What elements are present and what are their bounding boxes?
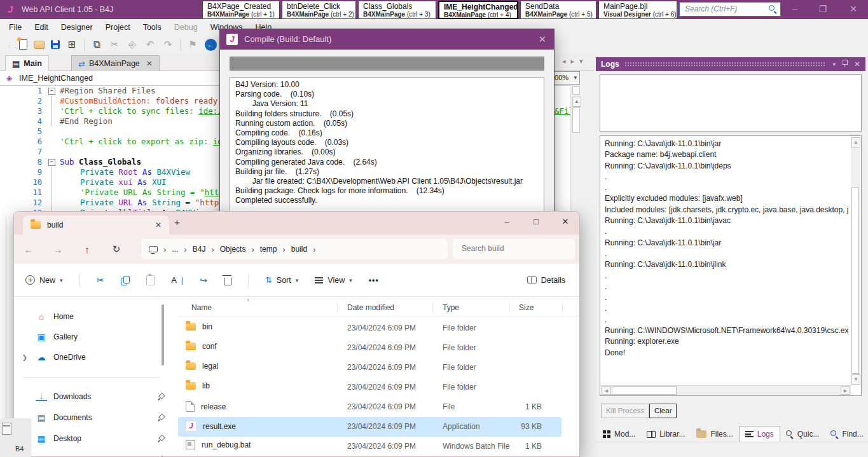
breadcrumb-b4j[interactable]: B4J (193, 245, 206, 254)
explorer-minimize-button[interactable]: – (497, 217, 516, 226)
ide-restore-button[interactable]: ❐ (815, 4, 830, 14)
panel-tab-logs[interactable]: Logs (739, 426, 780, 442)
clear-logs-button[interactable]: Clear (649, 404, 677, 418)
scroll-thumb[interactable] (572, 86, 580, 95)
dialog-close-icon[interactable]: ✕ (538, 34, 546, 45)
logs-input-box[interactable] (600, 74, 862, 132)
menu-edit[interactable]: Edit (28, 19, 55, 36)
fold-collapse-icon[interactable]: − (48, 88, 55, 95)
panel-tab-find[interactable]: Find... (825, 426, 868, 442)
scroll-thumb[interactable] (572, 107, 580, 133)
rename-icon[interactable]: A| (171, 275, 183, 285)
logs-hscrollbar[interactable]: ◀ ▶ (601, 385, 851, 395)
sidebar-item-home[interactable]: ⌂Home (20, 308, 164, 325)
new-tab-button[interactable]: + (174, 217, 180, 228)
new-module-icon[interactable]: ⊞ (66, 39, 78, 50)
file-row-release[interactable]: release23/04/2024 6:09 PMFile1 KB (178, 397, 561, 417)
explorer-close-button[interactable]: ✕ (556, 217, 575, 226)
panel-tab-files[interactable]: Files... (691, 426, 738, 442)
file-row-bin[interactable]: bin23/04/2024 6:09 PMFile folder (178, 318, 561, 338)
ide-close-button[interactable]: ✕ (846, 4, 861, 14)
bookmark-tab-ime_heightchanged[interactable]: IME_HeightChangedB4XMainPage (ctrl + 4) (438, 1, 518, 19)
panel-tab-libraries[interactable]: Librar... (641, 426, 691, 442)
column-header-name[interactable]: Name (191, 303, 212, 312)
details-button[interactable]: Details (527, 276, 565, 285)
copy-icon[interactable] (121, 276, 130, 285)
paste-icon[interactable]: ⎆ (127, 39, 138, 50)
address-bar[interactable]: ›...›B4J›Objects›temp›build› (141, 239, 448, 259)
panel-toggle-icon[interactable] (2, 423, 11, 435)
more-options-icon[interactable]: ••• (369, 276, 379, 285)
ide-minimize-button[interactable]: – (787, 4, 803, 14)
editor-tab-b4xmainpage[interactable]: ⇄ B4XMainPage ✕ (71, 55, 160, 71)
navigate-back-icon[interactable]: ← (205, 39, 217, 51)
sort-button[interactable]: ⇅ Sort ▾ (265, 275, 298, 285)
logs-output-box[interactable]: Running: C:\Java\jdk-11.0.1\bin\jarPacka… (600, 135, 862, 396)
bookmark-tab-senddata[interactable]: SendDataB4XMainPage (ctrl + 5) (520, 1, 596, 19)
open-project-icon[interactable] (34, 41, 45, 49)
menu-project[interactable]: Project (99, 19, 137, 36)
refresh-icon[interactable]: ↻ (102, 243, 131, 255)
breadcrumb-overflow[interactable]: ... (172, 245, 178, 254)
sidebar-item-downloads[interactable]: ↓Downloads (20, 388, 164, 405)
menu-file[interactable]: File (3, 19, 28, 36)
this-pc-icon[interactable] (149, 246, 158, 252)
compile-dialog-titlebar[interactable]: J Compile (Build: Default) ✕ (220, 29, 554, 50)
file-row-legal[interactable]: legal23/04/2024 6:09 PMFile folder (178, 358, 561, 378)
editor-tab-main[interactable]: ▤ Main (5, 55, 49, 71)
delete-icon[interactable] (224, 278, 231, 285)
bookmark-tab-class_globals[interactable]: Class_GlobalsB4XMainPage (ctrl + 3) (358, 1, 436, 19)
sidebar-item-desktop[interactable]: ▦Desktop (20, 430, 164, 447)
redo-icon[interactable]: ↷ (162, 39, 174, 50)
forward-icon[interactable]: → (43, 244, 72, 255)
view-button[interactable]: View ▾ (315, 276, 352, 285)
ide-search-box[interactable]: Search (Ctrl+F) (679, 2, 781, 17)
menu-debug[interactable]: Debug (168, 19, 204, 36)
share-icon[interactable]: ↪ (200, 275, 207, 285)
file-row-run_debug-bat[interactable]: run_debug.bat23/04/2024 6:09 PMWindows B… (178, 437, 561, 456)
sidebar-item-pictures[interactable]: ▧Pictures (20, 451, 164, 457)
cut-icon[interactable]: ✂ (109, 39, 120, 50)
bookmark-tab-mainpage.bjl[interactable]: MainPage.bjlVisual Designer (ctrl + 6) (598, 1, 677, 19)
column-header-type[interactable]: Type (443, 303, 459, 312)
menu-tools[interactable]: Tools (137, 19, 168, 36)
logs-panel-header[interactable]: Logs ▾ ✕ (596, 57, 865, 71)
column-header-date[interactable]: Date modified (347, 303, 394, 312)
chevron-right-icon[interactable]: ❯ (20, 354, 29, 361)
pin-icon[interactable] (842, 60, 848, 69)
sidebar-item-onedrive[interactable]: ❯☁OneDrive (20, 349, 164, 365)
sidebar-item-gallery[interactable]: ▣Gallery (20, 329, 164, 345)
explorer-maximize-button[interactable]: □ (527, 217, 546, 226)
menu-designer[interactable]: Designer (55, 19, 99, 36)
panel-close-icon[interactable]: ✕ (854, 60, 860, 69)
breadcrumb-build[interactable]: build (291, 245, 307, 254)
save-icon[interactable] (51, 40, 60, 49)
kill-process-button[interactable]: Kill Process (601, 404, 649, 418)
breadcrumb-objects[interactable]: Objects (220, 245, 246, 254)
up-icon[interactable]: ↑ (72, 244, 102, 255)
logs-vscrollbar[interactable]: ▲ ▼ (851, 137, 860, 385)
explorer-search-box[interactable]: Search build (453, 239, 575, 259)
bookmark-tab-btndelete_click[interactable]: btnDelete_ClickB4XMainPage (ctrl + 2) (282, 1, 356, 19)
scroll-up-icon[interactable]: ▲ (851, 137, 860, 147)
cut-icon[interactable]: ✂ (97, 275, 105, 286)
new-button[interactable]: + New ▾ (25, 275, 63, 285)
scroll-up-icon[interactable]: ▲ (572, 97, 581, 107)
scroll-left-icon[interactable]: ◀ (602, 386, 611, 395)
scroll-down-icon[interactable]: ▼ (851, 374, 860, 385)
file-row-conf[interactable]: conf23/04/2024 6:09 PMFile folder (178, 338, 561, 358)
scroll-thumb[interactable] (612, 386, 677, 395)
bookmark-icon[interactable]: ⚑ (187, 39, 198, 50)
panel-tab-quick[interactable]: Quic... (780, 426, 825, 442)
bookmark-tab-b4xpage_created[interactable]: B4XPage_CreatedB4XMainPage (ctrl + 1) (202, 1, 280, 19)
explorer-tab-build[interactable]: build ✕ (23, 215, 169, 235)
copy-icon[interactable]: ⧉ (91, 39, 102, 50)
paste-icon[interactable] (146, 275, 155, 285)
editor-vscrollbar[interactable]: ▲ (570, 86, 581, 211)
close-tab-icon[interactable]: ✕ (146, 59, 153, 68)
breadcrumb-temp[interactable]: temp (260, 245, 277, 254)
undo-icon[interactable]: ↶ (144, 39, 156, 50)
scroll-right-icon[interactable]: ▶ (841, 386, 850, 395)
fold-collapse-icon[interactable]: − (48, 159, 55, 166)
close-tab-icon[interactable]: ✕ (155, 221, 162, 229)
